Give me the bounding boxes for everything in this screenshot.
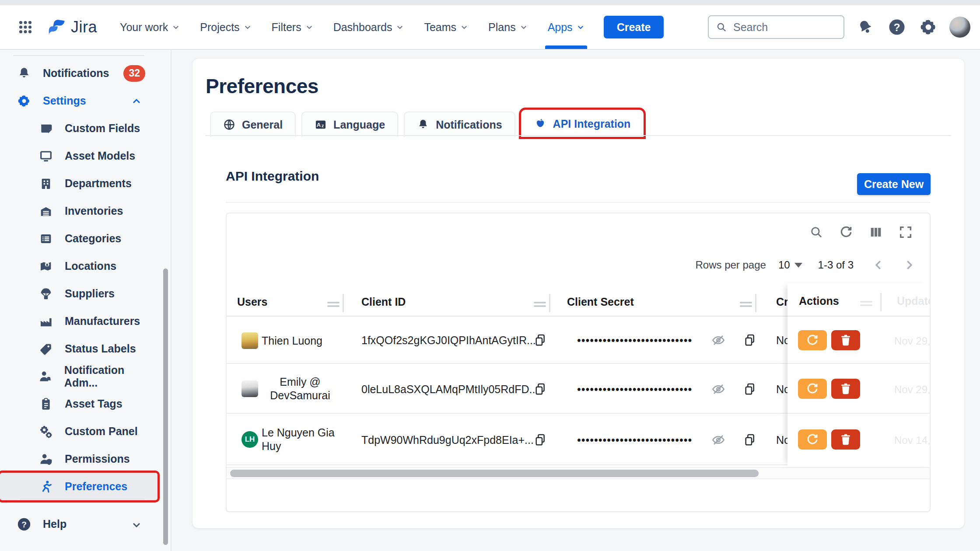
column-resize-divider[interactable] [343, 294, 344, 312]
rows-per-page-select[interactable]: 10 [778, 259, 802, 271]
table-columns-icon[interactable] [868, 225, 883, 240]
previous-page-icon[interactable] [872, 258, 885, 272]
sidebar-item-label: Asset Models [65, 150, 135, 162]
copy-icon[interactable] [743, 333, 757, 347]
actions-column-header: Actions Updated [788, 283, 931, 317]
sidebar-item-asset-tags[interactable]: Asset Tags [0, 390, 158, 418]
table-fullscreen-icon[interactable] [898, 225, 913, 240]
copy-icon[interactable] [533, 333, 547, 347]
regenerate-button[interactable] [798, 379, 827, 399]
app-switcher-icon[interactable] [15, 17, 36, 38]
column-header-actions[interactable]: Actions [799, 295, 839, 307]
rows-per-page-label: Rows per page [695, 259, 766, 271]
nav-filters[interactable]: Filters [272, 5, 313, 49]
svg-text:A: A [317, 122, 321, 128]
eye-slash-icon[interactable] [711, 433, 725, 447]
sidebar-item-notification-admin[interactable]: Notification Adm... [0, 363, 158, 390]
table-refresh-icon[interactable] [839, 225, 854, 240]
chevron-up-icon[interactable] [131, 94, 142, 107]
nav-projects[interactable]: Projects [200, 5, 251, 49]
drag-handle-icon[interactable] [327, 300, 340, 308]
create-button[interactable]: Create [604, 16, 664, 38]
divider [206, 135, 951, 136]
svg-text:?: ? [21, 520, 27, 529]
delete-button[interactable] [831, 429, 860, 450]
translate-icon: Az [315, 119, 327, 131]
sidebar-item-manufacturers[interactable]: Manufacturers [0, 307, 158, 335]
eye-slash-icon[interactable] [711, 382, 725, 396]
sidebar-item-notifications[interactable]: Notifications 32 [0, 59, 158, 87]
copy-icon[interactable] [533, 382, 547, 396]
copy-icon[interactable] [743, 382, 757, 396]
sidebar-item-asset-models[interactable]: Asset Models [0, 142, 158, 170]
sidebar-item-help[interactable]: ? Help [0, 510, 158, 538]
column-resize-divider[interactable] [549, 294, 550, 312]
main-content-card: Preferences General Az Language Notifica… [192, 59, 964, 528]
tab-label: Language [333, 119, 385, 131]
user-avatar[interactable] [949, 17, 970, 38]
nav-apps[interactable]: Apps [548, 5, 584, 49]
column-header-client-secret[interactable]: Client Secret [567, 296, 634, 308]
announcements-icon[interactable] [855, 17, 876, 38]
drag-handle-icon[interactable] [740, 300, 752, 308]
regenerate-button[interactable] [798, 330, 827, 350]
copy-icon[interactable] [743, 433, 757, 447]
help-icon[interactable]: ? [886, 17, 907, 38]
table-search-icon[interactable] [809, 225, 824, 240]
sidebar-item-label: Help [43, 518, 66, 530]
nav-teams[interactable]: Teams [424, 5, 468, 49]
warehouse-icon [38, 204, 54, 218]
create-new-button[interactable]: Create New [857, 173, 931, 195]
nav-dashboards[interactable]: Dashboards [333, 5, 404, 49]
settings-gear-icon[interactable] [918, 17, 939, 38]
tab-general[interactable]: General [210, 112, 296, 137]
next-page-icon[interactable] [903, 258, 916, 272]
gears-icon [38, 425, 54, 439]
sidebar-item-permissions[interactable]: Permissions [0, 445, 158, 473]
tab-language[interactable]: Az Language [301, 112, 398, 137]
chevron-down-icon[interactable] [131, 518, 142, 530]
sidebar-item-settings[interactable]: Settings [0, 87, 158, 115]
sidebar-item-departments[interactable]: Departments [0, 170, 158, 197]
tab-notifications[interactable]: Notifications [404, 112, 515, 137]
panel-heading: API Integration [226, 169, 319, 184]
sidebar-item-custom-fields[interactable]: Custom Fields [0, 115, 158, 142]
sidebar-item-custom-panel[interactable]: Custom Panel [0, 418, 158, 445]
actions-row: Nov 14, [788, 414, 931, 465]
jira-logo[interactable]: Jira [47, 17, 97, 37]
map-pin-icon [38, 259, 54, 273]
sidebar-scrollbar[interactable] [163, 269, 168, 545]
sidebar-item-categories[interactable]: Categories [0, 225, 158, 252]
updated-value-ghost: Nov 29, [894, 384, 931, 396]
parachute-box-icon [38, 287, 54, 301]
sidebar-item-label: Custom Panel [65, 425, 138, 438]
sidebar-item-label: Suppliers [65, 287, 115, 300]
column-header-users[interactable]: Users [237, 296, 268, 308]
sidebar-item-suppliers[interactable]: Suppliers [0, 280, 158, 307]
nav-your-work[interactable]: Your work [120, 5, 180, 49]
brand-name: Jira [71, 18, 97, 36]
top-navbar: Jira Your work Projects Filters Dashboar… [0, 5, 980, 50]
delete-button[interactable] [831, 330, 860, 350]
global-search[interactable] [708, 15, 844, 39]
column-header-client-id[interactable]: Client ID [361, 296, 406, 308]
apple-api-icon [534, 118, 546, 130]
horizontal-scrollbar-thumb[interactable] [230, 470, 759, 477]
nav-plans[interactable]: Plans [488, 5, 528, 49]
regenerate-button[interactable] [798, 429, 827, 450]
sidebar-item-locations[interactable]: Locations [0, 252, 158, 280]
card-icon [38, 122, 54, 136]
sidebar-item-inventories[interactable]: Inventories [0, 197, 158, 225]
search-input[interactable] [733, 21, 830, 34]
copy-icon[interactable] [533, 433, 547, 447]
sidebar-item-status-labels[interactable]: Status Labels [0, 335, 158, 363]
sidebar-item-preferences[interactable]: Preferences [0, 473, 158, 500]
gear-icon [16, 94, 32, 108]
eye-slash-icon[interactable] [711, 333, 725, 347]
tab-api-integration[interactable]: API Integration [521, 110, 644, 137]
column-resize-divider[interactable] [755, 294, 756, 312]
actions-row: Nov 29, [788, 317, 931, 364]
delete-button[interactable] [831, 379, 860, 399]
drag-handle-icon[interactable] [534, 300, 546, 308]
globe-icon [223, 119, 235, 131]
